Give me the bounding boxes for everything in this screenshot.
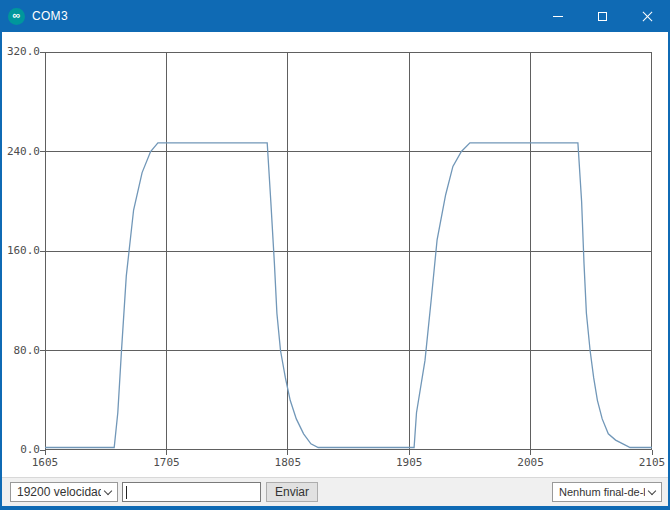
line-ending-select[interactable]: Nenhum final-de-linha <box>552 482 662 502</box>
window-title: COM3 <box>32 9 68 23</box>
message-input-box[interactable] <box>122 482 261 502</box>
x-axis-tick-label: 1805 <box>266 456 310 469</box>
y-axis-tick-label: 0.0 <box>2 443 40 456</box>
close-button[interactable] <box>625 0 670 32</box>
y-axis-tick-label: 160.0 <box>2 244 40 257</box>
signal-trace <box>45 143 652 448</box>
minimize-icon <box>553 16 563 17</box>
baud-rate-select[interactable]: 19200 velocidade <box>10 482 118 502</box>
y-axis-tick-label: 320.0 <box>2 45 40 58</box>
serial-plotter-window: ∞ COM3 1605170518051905200521050.080.016… <box>0 0 670 510</box>
chevron-down-icon <box>104 486 112 494</box>
plot-area: 1605170518051905200521050.080.0160.0240.… <box>2 32 668 477</box>
y-axis-tick-label: 240.0 <box>2 145 40 158</box>
x-axis-tick-label: 2105 <box>630 456 670 469</box>
titlebar[interactable]: ∞ COM3 <box>0 0 670 32</box>
x-axis-tick-label: 1905 <box>387 456 431 469</box>
window-controls <box>535 0 670 32</box>
chevron-down-icon <box>648 486 656 494</box>
x-axis-tick-label: 2005 <box>509 456 553 469</box>
close-icon <box>642 11 653 22</box>
send-button[interactable]: Enviar <box>266 482 318 502</box>
maximize-icon <box>598 12 607 21</box>
line-ending-value: Nenhum final-de-linha <box>559 486 645 498</box>
plot-canvas <box>45 52 652 450</box>
bottom-toolbar: 19200 velocidade Enviar Nenhum final-de-… <box>2 477 668 506</box>
y-axis-tick-label: 80.0 <box>2 344 40 357</box>
x-axis-tick-label: 1705 <box>144 456 188 469</box>
arduino-app-icon: ∞ <box>8 8 25 25</box>
message-input[interactable] <box>127 484 260 500</box>
infinity-glyph: ∞ <box>13 10 21 21</box>
maximize-button[interactable] <box>580 0 625 32</box>
minimize-button[interactable] <box>535 0 580 32</box>
x-axis-tick-label: 1605 <box>23 456 67 469</box>
baud-rate-value: 19200 velocidade <box>17 485 101 499</box>
